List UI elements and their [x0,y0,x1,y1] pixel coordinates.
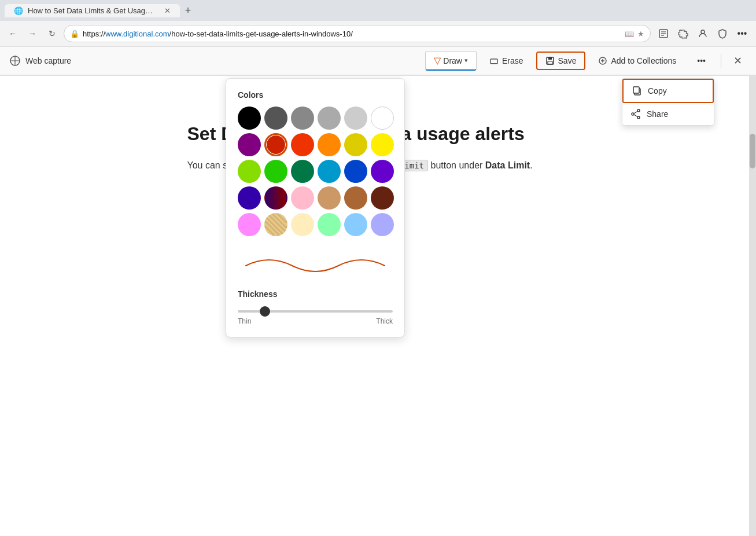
save-icon [545,56,555,65]
color-periwinkle[interactable] [371,213,394,236]
svg-point-16 [637,109,640,112]
color-mint[interactable] [318,213,341,236]
color-cyan[interactable] [318,160,341,183]
color-brown[interactable] [344,186,367,210]
article-body-text2: button under [431,160,483,170]
copy-icon [632,86,642,96]
svg-rect-15 [633,87,639,93]
close-btn[interactable]: ✕ [728,52,747,70]
color-green[interactable] [264,160,287,183]
erase-icon [489,56,499,65]
erase-label: Erase [502,56,523,65]
draw-chevron: ▾ [464,57,468,64]
color-indigo[interactable] [238,186,261,210]
url-path: /how-to-set-data-limits-get-usage-alerts… [169,30,353,38]
address-bar[interactable]: 🔒 https://www.digitional.com/how-to-set-… [64,25,651,42]
stroke-preview-svg [240,248,390,277]
color-dark-purple[interactable] [264,186,287,210]
color-dark-red-orange[interactable] [264,133,287,156]
scrollbar[interactable] [749,76,756,536]
new-tab-btn[interactable]: + [180,2,196,19]
divider [721,54,721,68]
tab-close[interactable]: ✕ [164,6,171,15]
thickness-section: Thickness Thin Thick [238,289,393,325]
more-options-btn[interactable]: ••• [733,24,751,43]
color-orange-red[interactable] [291,133,314,156]
color-purple[interactable] [238,133,261,156]
collections-icon [598,56,607,65]
thickness-slider[interactable] [238,310,393,313]
thick-label: Thick [376,317,393,325]
svg-line-20 [634,115,637,117]
active-tab[interactable]: 🌐 How to Set Data Limits & Get Usage... … [5,4,180,17]
url-domain: www.digitional.com [105,30,169,38]
thickness-title: Thickness [238,289,393,299]
add-collections-label: Add to Collections [611,56,676,65]
capture-icon [9,55,21,67]
svg-point-17 [632,113,634,115]
profile-icon[interactable] [694,24,712,43]
share-item[interactable]: Share [622,103,714,125]
color-bright-yellow[interactable] [371,133,394,156]
color-dark-green[interactable] [291,160,314,183]
svg-point-18 [637,116,640,119]
add-collections-btn[interactable]: Add to Collections [590,53,684,69]
toolbar-icons: ••• [654,24,751,43]
color-medium-gray[interactable] [291,107,314,130]
back-btn[interactable]: ← [5,25,21,42]
color-white[interactable] [371,107,394,130]
color-dark-brown[interactable] [371,186,394,210]
color-magenta[interactable] [238,213,261,236]
nav-bar: ← → ↻ 🔒 https://www.digitional.com/how-t… [0,21,756,46]
browser-chrome: 🌐 How to Set Data Limits & Get Usage... … [0,0,756,47]
reading-mode-icon[interactable]: 📖 [625,30,634,38]
color-yellow[interactable] [344,133,367,156]
refresh-btn[interactable]: ↻ [44,25,60,42]
draw-btn[interactable]: ▽ Draw ▾ [425,51,477,71]
forward-btn[interactable]: → [24,25,40,42]
more-btn[interactable]: ••• [689,53,714,69]
article-bold-text: Data Limit [485,160,530,170]
colors-grid [238,107,393,236]
copy-item[interactable]: Copy [622,79,714,103]
svg-line-19 [634,112,637,114]
erase-btn[interactable]: Erase [481,53,532,69]
slider-labels: Thin Thick [238,317,393,325]
thin-label: Thin [238,317,251,325]
tab-bar: 🌐 How to Set Data Limits & Get Usage... … [0,0,756,21]
shield-icon[interactable] [713,24,732,43]
save-btn[interactable]: Save [536,52,586,70]
color-yellow-green[interactable] [238,160,261,183]
article-punctuation: . [530,160,532,170]
scrollbar-thumb[interactable] [750,134,755,168]
svg-rect-9 [548,57,552,60]
draw-label: Draw [443,56,462,65]
color-violet[interactable] [371,160,394,183]
colors-title: Colors [238,90,393,100]
save-label: Save [558,56,577,65]
color-pink[interactable] [291,186,314,210]
collections-icon[interactable] [654,24,673,43]
favorites-icon[interactable]: ★ [637,30,644,38]
copy-share-dropdown: Copy Share [622,78,714,126]
color-lighter-gray[interactable] [344,107,367,130]
share-icon [630,109,641,119]
color-dark-gray[interactable] [264,107,287,130]
slider-container [238,304,393,315]
copy-label: Copy [648,86,667,96]
draw-panel: Colors [226,78,405,337]
tab-icon: 🌐 [14,6,23,15]
color-blue[interactable] [344,160,367,183]
color-orange[interactable] [318,133,341,156]
extensions-icon[interactable] [674,24,692,43]
color-tan[interactable] [318,186,341,210]
color-light-blue[interactable] [344,213,367,236]
color-light-yellow[interactable] [291,213,314,236]
capture-bar: Web capture ▽ Draw ▾ Erase Save Add to C… [0,47,756,76]
color-light-gray[interactable] [318,107,341,130]
color-peach[interactable] [264,213,287,236]
stroke-preview [238,245,393,280]
color-black[interactable] [238,107,261,130]
web-capture-label: Web capture [25,56,71,65]
tab-title: How to Set Data Limits & Get Usage... [28,6,155,15]
